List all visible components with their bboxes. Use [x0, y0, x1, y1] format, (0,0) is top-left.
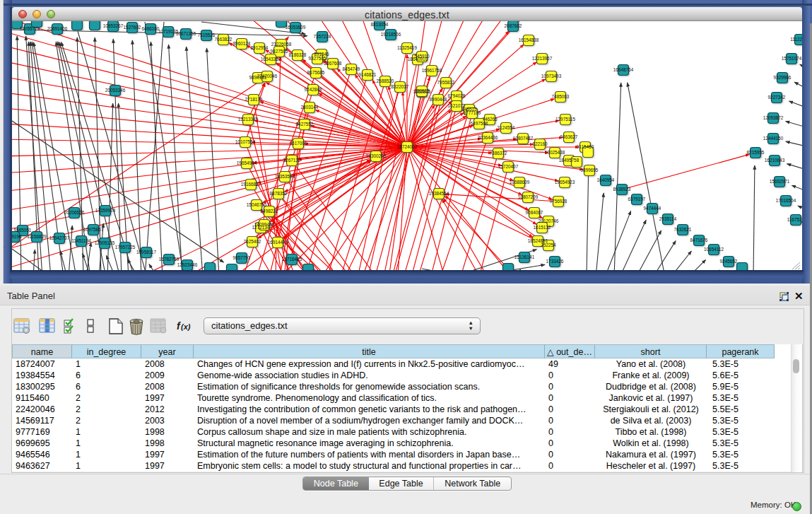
svg-text:12942737: 12942737: [49, 235, 70, 240]
svg-text:8878352: 8878352: [270, 191, 288, 196]
svg-text:8427552: 8427552: [296, 122, 314, 127]
svg-text:10958117: 10958117: [136, 250, 156, 255]
svg-text:9084067: 9084067: [526, 210, 543, 215]
svg-text:12213349: 12213349: [238, 117, 259, 122]
svg-text:6379197: 6379197: [628, 197, 646, 201]
svg-text:10671355: 10671355: [176, 31, 196, 36]
svg-text:8498222: 8498222: [261, 209, 278, 214]
svg-text:9327505: 9327505: [309, 56, 326, 61]
svg-text:10973493: 10973493: [541, 74, 562, 78]
svg-text:15720407: 15720407: [498, 164, 519, 169]
svg-text:16961758: 16961758: [422, 68, 442, 73]
svg-text:14055724: 14055724: [20, 26, 40, 31]
svg-text:15751074: 15751074: [782, 56, 802, 61]
svg-text:19166827: 19166827: [241, 182, 261, 187]
svg-text:2718176: 2718176: [245, 97, 263, 102]
svg-text:20120746: 20120746: [539, 218, 559, 223]
svg-text:9756928: 9756928: [550, 199, 567, 204]
svg-text:10975867: 10975867: [83, 227, 104, 232]
svg-text:10653267: 10653267: [103, 23, 124, 28]
svg-text:16543362: 16543362: [261, 57, 281, 62]
svg-text:2867608: 2867608: [324, 61, 342, 66]
svg-text:159615: 159615: [414, 88, 430, 93]
svg-text:16210643: 16210643: [765, 158, 785, 163]
svg-text:12905135: 12905135: [95, 240, 115, 245]
svg-text:18807209: 18807209: [518, 194, 539, 199]
svg-text:3267130: 3267130: [283, 158, 301, 163]
svg-text:16782759: 16782759: [159, 257, 180, 262]
svg-text:7515526: 7515526: [198, 33, 216, 37]
svg-text:16914479: 16914479: [268, 240, 288, 245]
svg-text:10025438: 10025438: [545, 150, 565, 155]
svg-text:15716485: 15716485: [282, 257, 302, 262]
svg-text:12975115: 12975115: [555, 117, 575, 122]
svg-text:10654112: 10654112: [704, 247, 724, 252]
svg-text:9463627: 9463627: [560, 134, 578, 139]
svg-text:19654923: 19654923: [555, 180, 575, 185]
svg-text:8215955: 8215955: [747, 150, 765, 155]
svg-text:2935114: 2935114: [659, 216, 677, 221]
svg-text:16648764: 16648764: [613, 67, 634, 72]
svg-text:7632621: 7632621: [674, 227, 692, 232]
svg-text:8322037: 8322037: [392, 84, 409, 89]
svg-text:9245652: 9245652: [720, 259, 738, 264]
svg-text:6497568: 6497568: [471, 121, 488, 126]
svg-text:18724007: 18724007: [397, 144, 418, 149]
svg-text:9146821: 9146821: [359, 72, 377, 77]
svg-text:6794028: 6794028: [448, 93, 466, 98]
svg-text:8813054: 8813054: [371, 22, 389, 27]
svg-text:17016504: 17016504: [776, 198, 796, 203]
svg-text:7955812: 7955812: [437, 80, 455, 85]
svg-text:939194: 939194: [12, 234, 22, 239]
svg-text:19218506: 19218506: [381, 32, 401, 37]
svg-text:20364436: 20364436: [478, 135, 498, 140]
svg-text:15692971: 15692971: [770, 179, 790, 184]
svg-text:19384554: 19384554: [429, 191, 449, 196]
svg-text:17957225: 17957225: [115, 245, 136, 250]
svg-text:1640954: 1640954: [597, 177, 615, 182]
svg-text:2803144: 2803144: [301, 105, 319, 110]
svg-text:9857791: 9857791: [233, 255, 251, 260]
svg-text:20053346: 20053346: [105, 88, 126, 93]
svg-text:8938923: 8938923: [613, 187, 631, 192]
svg-text:1733426: 1733426: [546, 259, 564, 264]
svg-text:15046795: 15046795: [247, 202, 267, 207]
svg-text:12213967: 12213967: [532, 56, 553, 61]
svg-text:2588520: 2588520: [377, 78, 394, 83]
svg-text:622160: 622160: [532, 141, 548, 146]
svg-text:18495758: 18495758: [559, 158, 579, 163]
svg-text:8675685: 8675685: [307, 70, 325, 75]
svg-text:12444150: 12444150: [763, 136, 784, 141]
svg-text:11353594: 11353594: [275, 174, 295, 179]
svg-text:15136141: 15136141: [514, 255, 535, 259]
svg-text:1167533: 1167533: [787, 217, 802, 222]
svg-text:7485063: 7485063: [552, 94, 570, 99]
svg-text:9899695: 9899695: [581, 168, 599, 173]
svg-text:8471676: 8471676: [690, 238, 708, 243]
svg-text:8912954: 8912954: [251, 45, 269, 50]
svg-text:1527602: 1527602: [124, 25, 141, 30]
svg-text:7625402: 7625402: [244, 239, 261, 244]
svg-text:9242848: 9242848: [305, 87, 322, 92]
svg-text:11325419: 11325419: [397, 45, 417, 50]
svg-text:545910: 545910: [414, 54, 430, 59]
svg-text:20206526: 20206526: [64, 210, 85, 215]
svg-text:16154838: 16154838: [519, 37, 539, 42]
svg-text:12093872: 12093872: [763, 115, 784, 120]
svg-text:(x): (x): [181, 322, 191, 331]
svg-text:9385051: 9385051: [14, 228, 32, 233]
svg-text:23226058: 23226058: [271, 42, 292, 47]
svg-text:10688609: 10688609: [510, 180, 530, 185]
svg-text:9517006: 9517006: [290, 141, 307, 146]
svg-text:7663822: 7663822: [215, 37, 233, 42]
svg-text:22420046: 22420046: [257, 74, 278, 78]
svg-text:6466160: 6466160: [142, 26, 160, 31]
svg-text:11451194: 11451194: [71, 238, 91, 243]
svg-text:9474444: 9474444: [644, 206, 661, 211]
svg-text:16053809: 16053809: [286, 25, 306, 30]
svg-text:19654944: 19654944: [237, 160, 257, 165]
svg-text:7386372: 7386372: [490, 151, 507, 156]
svg-text:8990448: 8990448: [430, 97, 447, 102]
svg-text:9329966: 9329966: [774, 75, 792, 80]
svg-text:8186328: 8186328: [289, 52, 307, 57]
